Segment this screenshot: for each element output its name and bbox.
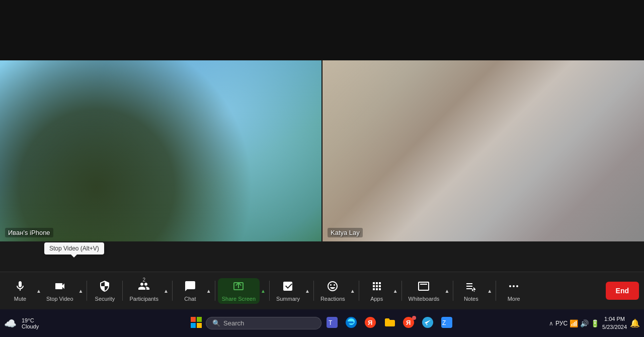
chevron-up-icon-9: ▲: [444, 288, 449, 294]
divider-9: [453, 281, 453, 301]
reactions-button[interactable]: Reactions: [316, 278, 349, 304]
video-area: Иван's iPhone Katya Lay: [0, 60, 644, 241]
share-screen-icon: [232, 280, 245, 294]
security-label: Security: [95, 296, 115, 302]
apps-chevron[interactable]: ▲: [392, 278, 399, 303]
taskbar-app-files[interactable]: [381, 315, 398, 332]
mute-button[interactable]: Mute: [5, 278, 35, 304]
end-button[interactable]: End: [606, 282, 639, 300]
participants-chevron[interactable]: ▲: [163, 278, 170, 303]
weather-icon: ☁️: [4, 317, 17, 329]
notes-label: Notes: [464, 296, 478, 302]
zoom-toolbar: Mute ▲ Stop Video ▲ Security 2 Participa…: [0, 272, 644, 309]
weather-condition: Cloudy: [22, 323, 39, 329]
apps-button[interactable]: Apps: [362, 278, 392, 304]
summary-icon: [282, 280, 294, 294]
chat-icon: [184, 280, 196, 294]
more-button[interactable]: More: [499, 278, 529, 304]
chat-button[interactable]: Chat: [175, 278, 205, 304]
edge-icon: [346, 317, 357, 330]
search-icon: 🔍: [212, 319, 220, 327]
svg-rect-6: [191, 323, 196, 328]
start-button[interactable]: [189, 315, 204, 331]
video-icon: [54, 280, 66, 294]
notes-button[interactable]: Notes: [456, 278, 486, 304]
language-indicator[interactable]: РУС: [555, 320, 568, 327]
divider-10: [496, 281, 496, 301]
system-tray-icons: ∧ РУС 📶 🔊 🔋: [549, 319, 599, 327]
divider-6: [313, 281, 314, 301]
participants-button[interactable]: 2 Participants: [125, 278, 162, 304]
svg-rect-0: [420, 284, 427, 285]
security-button[interactable]: Security: [90, 278, 120, 304]
taskbar-center: 🔍 Search T Я Я: [189, 315, 455, 332]
summary-button[interactable]: Summary: [272, 278, 304, 304]
stop-video-button[interactable]: Stop Video: [42, 278, 77, 304]
yandex-icon: Я: [365, 317, 376, 330]
taskbar-app-yandex[interactable]: Я: [362, 315, 379, 332]
stop-video-label: Stop Video: [46, 296, 73, 302]
yandex-notification: [412, 316, 416, 320]
chevron-up-icon-4: ▲: [206, 288, 211, 294]
weather-info: 19°C Cloudy: [22, 317, 39, 329]
chevron-up-icon-3: ▲: [164, 288, 169, 294]
reactions-chevron[interactable]: ▲: [349, 278, 356, 303]
divider-7: [359, 281, 359, 301]
tray-expand[interactable]: ∧: [549, 320, 553, 327]
volume-icon[interactable]: 🔊: [580, 319, 589, 327]
divider-4: [215, 281, 215, 301]
share-screen-label: Share Screen: [222, 296, 256, 302]
stop-video-tooltip: Stop Video (Alt+V): [44, 242, 104, 255]
left-panel-bg: [0, 60, 321, 241]
search-bar[interactable]: 🔍 Search: [206, 317, 321, 329]
svg-rect-7: [197, 323, 202, 328]
share-screen-button[interactable]: Share Screen: [218, 278, 260, 304]
mute-icon: [14, 280, 26, 294]
chevron-up-icon-8: ▲: [393, 288, 398, 294]
taskbar-app-teams[interactable]: T: [324, 315, 341, 332]
reactions-icon: [327, 280, 339, 294]
battery-icon: 🔋: [591, 319, 599, 327]
taskbar-app-yandex2[interactable]: Я: [400, 315, 417, 332]
files-icon: [384, 317, 395, 330]
chevron-up-icon-2: ▲: [78, 288, 84, 294]
taskbar-app-edge[interactable]: [343, 315, 360, 332]
whiteboards-button[interactable]: Whiteboards: [405, 278, 444, 304]
security-icon: [99, 280, 111, 294]
svg-point-3: [516, 285, 518, 287]
chevron-up-icon-6: ▲: [305, 288, 310, 294]
teams-icon: T: [327, 317, 338, 330]
clock-area[interactable]: 1:04 PM 5/23/2024: [602, 315, 627, 331]
divider-5: [269, 281, 270, 301]
summary-chevron[interactable]: ▲: [304, 278, 311, 303]
taskbar: ☁️ 19°C Cloudy 🔍 Search T: [0, 309, 644, 337]
temperature: 19°C: [22, 317, 39, 323]
divider-8: [401, 281, 402, 301]
svg-rect-4: [191, 317, 196, 322]
whiteboards-chevron[interactable]: ▲: [443, 278, 450, 303]
chat-chevron[interactable]: ▲: [205, 278, 212, 303]
mute-chevron[interactable]: ▲: [35, 278, 42, 303]
apps-icon: [371, 280, 383, 294]
divider-3: [172, 281, 173, 301]
svg-text:T: T: [329, 319, 333, 326]
more-label: More: [508, 296, 520, 302]
participant-name-left: Иван's iPhone: [5, 228, 53, 237]
search-placeholder: Search: [223, 319, 244, 327]
share-chevron[interactable]: ▲: [260, 278, 267, 303]
notification-center[interactable]: 🔔: [630, 318, 640, 328]
taskbar-app-zoom[interactable]: Z: [438, 315, 455, 332]
right-panel-bg: [323, 60, 644, 241]
svg-rect-5: [197, 317, 202, 322]
taskbar-app-telegram[interactable]: [419, 315, 436, 332]
mute-label: Mute: [14, 296, 26, 302]
svg-point-1: [509, 285, 511, 287]
apps-label: Apps: [370, 296, 383, 302]
svg-point-2: [513, 285, 515, 287]
participant-count: 2: [142, 277, 145, 283]
video-chevron[interactable]: ▲: [77, 278, 85, 303]
zoom-icon: Z: [441, 317, 452, 330]
notes-chevron[interactable]: ▲: [486, 278, 493, 303]
notes-icon: [465, 280, 477, 294]
more-icon: [508, 280, 520, 294]
